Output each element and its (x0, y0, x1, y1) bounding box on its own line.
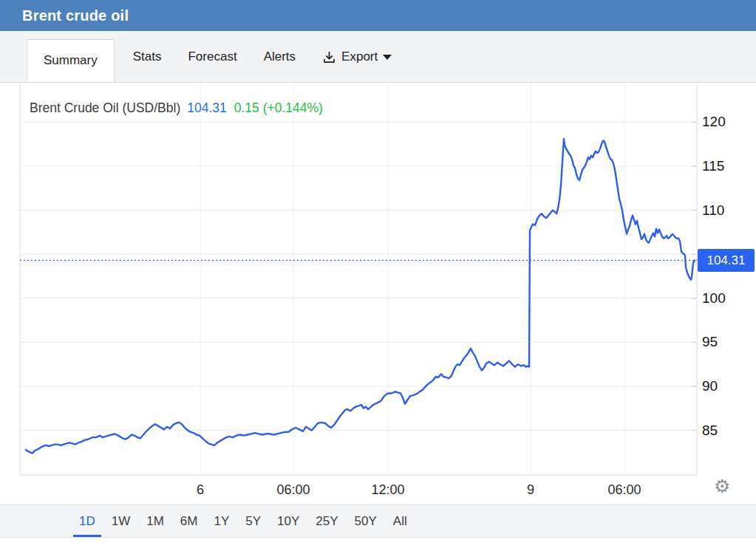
tab-summary[interactable]: Summary (27, 39, 115, 82)
export-label: Export (341, 31, 378, 83)
app-header: Brent crude oil (0, 0, 756, 31)
chart-title: Brent Crude Oil (USD/Bbl)104.310.15 (+0.… (30, 100, 323, 116)
y-axis-label: 90 (702, 378, 746, 394)
x-axis-label: 06:00 (260, 482, 327, 498)
range-10y[interactable]: 10Y (271, 505, 305, 537)
tab-summary-label: Summary (44, 53, 98, 67)
x-axis-label: 06:00 (591, 482, 658, 498)
download-icon (322, 50, 336, 64)
export-button[interactable]: Export (313, 31, 401, 83)
tab-forecast-label: Forecast (188, 49, 236, 64)
x-axis-label: 9 (497, 482, 564, 498)
range-50y[interactable]: 50Y (349, 505, 383, 537)
price-change: 0.15 (+0.144%) (234, 100, 323, 115)
instrument-name: Brent Crude Oil (USD/Bbl) (30, 100, 180, 115)
tab-bar: Summary Stats Forecast Alerts Export (0, 31, 756, 83)
range-25y[interactable]: 25Y (310, 505, 344, 537)
y-axis-label: 120 (702, 114, 746, 130)
range-5y[interactable]: 5Y (239, 505, 267, 537)
chart-panel: Brent Crude Oil (USD/Bbl)104.310.15 (+0.… (0, 83, 756, 505)
x-axis-label: 12:00 (355, 482, 421, 498)
y-axis-label: 85 (702, 423, 746, 439)
gear-icon[interactable]: ⚙ (714, 476, 730, 496)
y-axis-label: 110 (702, 202, 746, 219)
tab-stats-label: Stats (133, 49, 162, 64)
range-1y[interactable]: 1Y (208, 505, 235, 537)
current-price-badge: 104.31 (698, 249, 755, 272)
range-6m[interactable]: 6M (174, 505, 204, 537)
tab-alerts-label: Alerts (264, 49, 296, 64)
y-axis-label: 95 (702, 334, 746, 350)
range-1w[interactable]: 1W (106, 505, 137, 537)
page-title: Brent crude oil (22, 7, 129, 24)
x-axis-label: 6 (167, 482, 234, 498)
page: Brent crude oil Summary Stats Forecast A… (0, 0, 756, 554)
last-price: 104.31 (187, 100, 227, 115)
y-axis-label: 100 (702, 290, 746, 307)
range-toolbar: 1D 1W 1M 6M 1Y 5Y 10Y 25Y 50Y All (0, 505, 756, 538)
price-line-chart (0, 83, 756, 505)
range-1m[interactable]: 1M (140, 505, 170, 537)
range-all[interactable]: All (387, 505, 413, 537)
tab-forecast[interactable]: Forecast (178, 31, 246, 83)
y-axis-label: 115 (702, 158, 746, 174)
range-1d[interactable]: 1D (73, 505, 101, 537)
caret-down-icon (383, 55, 392, 60)
tab-alerts[interactable]: Alerts (254, 31, 305, 83)
tab-stats[interactable]: Stats (123, 31, 171, 83)
